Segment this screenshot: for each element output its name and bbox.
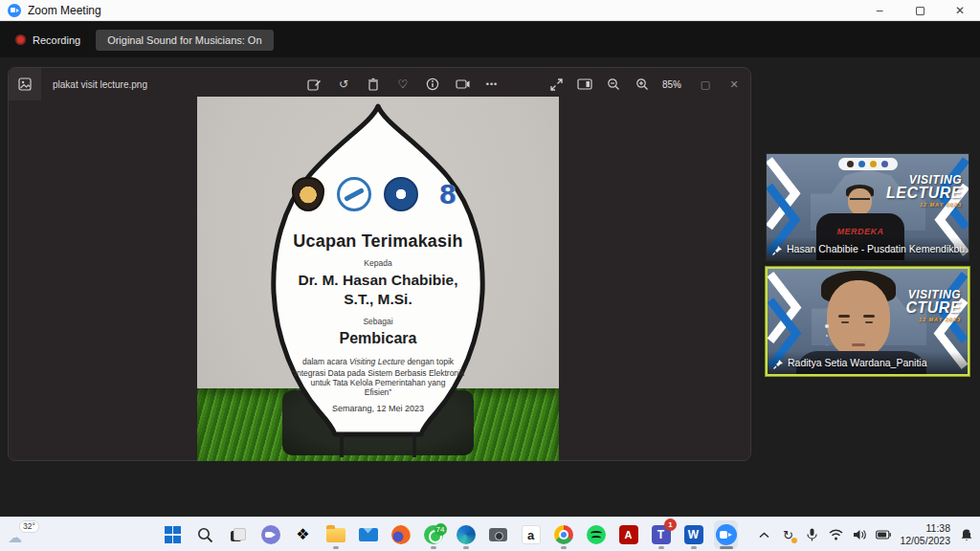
rotate-button[interactable]: ↺: [335, 76, 352, 93]
svg-text:z: z: [969, 528, 972, 534]
pill-logo-2: [858, 161, 865, 167]
plaque-date: Semarang, 12 Mei 2023: [197, 404, 559, 413]
microphone-tray-button[interactable]: [804, 527, 819, 542]
pill-logo-1: [847, 161, 854, 167]
event-prefix: dalam acara: [302, 357, 349, 366]
teknik-elektro-logo: [337, 177, 371, 211]
spotify-icon: [587, 525, 606, 544]
sync-status-button[interactable]: ↻: [780, 527, 795, 542]
plaque-logos: 8: [197, 177, 559, 211]
volume-icon: [853, 529, 866, 540]
favorite-button[interactable]: ♡: [394, 76, 412, 93]
volume-tray-button[interactable]: [852, 527, 867, 542]
restore-button[interactable]: [900, 0, 940, 21]
tray-chevron-button[interactable]: [756, 527, 771, 542]
see-all-photos-button[interactable]: [9, 68, 41, 100]
zoom-out-button[interactable]: [605, 76, 622, 93]
zoom-in-button[interactable]: [634, 76, 651, 93]
edge-icon: [457, 525, 476, 544]
search-button[interactable]: [193, 520, 217, 549]
acrobat-button[interactable]: A: [616, 520, 640, 549]
photos-maximize-button[interactable]: ▢: [693, 73, 718, 96]
word-button[interactable]: W: [681, 520, 705, 549]
firefox-button[interactable]: [389, 520, 412, 549]
plaque-kepada: Kepada: [197, 258, 559, 268]
weather-widget[interactable]: 32° ☁: [8, 520, 46, 549]
zoom-taskbar-button[interactable]: [714, 520, 738, 549]
overlay-date: 12 MAY 2023: [905, 318, 961, 323]
focus-assist-button[interactable]: z: [959, 527, 974, 542]
taskbar-clock[interactable]: 11:38 12/05/2023: [900, 522, 950, 547]
teams-button[interactable]: T1: [649, 520, 673, 549]
mail-button[interactable]: [356, 520, 380, 549]
mail-icon: [359, 528, 378, 541]
background-logos-pill: [838, 158, 898, 170]
amazon-icon: a: [522, 525, 541, 544]
search-icon: [197, 527, 213, 543]
filmstrip-icon: [577, 78, 592, 90]
participant-video-raditya[interactable]: VISITING CTURE 12 MAY 2023 Raditya Setia…: [766, 267, 969, 376]
delete-button[interactable]: [365, 76, 382, 93]
person-eye: [865, 321, 873, 323]
chevron-up-icon: [759, 532, 769, 539]
participant-name: Raditya Setia Wardana_Panitia: [788, 357, 927, 368]
camera-icon: [489, 528, 507, 541]
photos-edit-icons: ↺ ♡ •••: [305, 68, 501, 100]
visiting-lecture-overlay: VISITING CTURE 12 MAY 2023: [905, 289, 961, 323]
info-button[interactable]: [424, 76, 441, 93]
chrome-button[interactable]: [551, 520, 575, 549]
more-options-button[interactable]: •••: [483, 76, 501, 93]
filmstrip-button[interactable]: [576, 76, 593, 93]
edge-button[interactable]: [454, 520, 478, 549]
battery-icon: [876, 530, 891, 540]
word-icon: W: [684, 525, 703, 544]
restore-icon: [916, 7, 924, 15]
chat-button[interactable]: [258, 520, 282, 549]
battery-tray-button[interactable]: [876, 527, 891, 542]
fullscreen-button[interactable]: [547, 76, 565, 93]
electrical-association-logo: [384, 177, 418, 211]
person-mouth: [852, 343, 865, 346]
visiting-lecture-overlay: VISITING LECTURE 12 MAY 2023: [886, 174, 962, 209]
pill-logo-4: [881, 161, 888, 167]
plaque-content: 8 Ucapan Terimakasih Kepada Dr. M. Hasan…: [197, 97, 559, 461]
open-indicator: [561, 546, 567, 549]
plaque-title: Ucapan Terimakasih: [197, 231, 559, 252]
plaque-sebagai: Sebagai: [197, 317, 559, 326]
whatsapp-icon: 74: [424, 525, 443, 544]
file-explorer-button[interactable]: [323, 520, 347, 549]
slideshow-button[interactable]: [454, 76, 471, 93]
person-eyebrow: [838, 315, 850, 318]
teams-icon: T1: [652, 525, 671, 544]
wifi-tray-button[interactable]: [828, 527, 843, 542]
dropbox-button[interactable]: ❖: [291, 520, 315, 549]
photos-close-button[interactable]: ✕: [722, 73, 746, 96]
open-indicator: [463, 546, 469, 549]
zoom-app-icon: [8, 4, 21, 17]
original-sound-toggle[interactable]: Original Sound for Musicians: On: [96, 30, 273, 51]
taskbar-center-icons: ❖ 74 a A T1 W: [161, 520, 738, 549]
teams-letter: T: [657, 528, 664, 541]
camera-button[interactable]: [486, 520, 510, 549]
close-button[interactable]: ✕: [940, 0, 980, 21]
start-button[interactable]: [161, 520, 185, 549]
pill-logo-3: [870, 161, 877, 167]
meeting-info-bar: Recording Original Sound for Musicians: …: [0, 22, 980, 57]
participant-video-hasan[interactable]: VISITING LECTURE 12 MAY 2023 MERDEKA Has…: [766, 153, 969, 261]
focus-bell-icon: z: [960, 528, 973, 541]
edit-image-button[interactable]: [305, 76, 323, 93]
wifi-icon: [829, 529, 843, 540]
person-glasses: [850, 198, 870, 202]
amazon-button[interactable]: a: [519, 520, 543, 549]
zoom-out-icon: [607, 77, 620, 91]
photos-minimize-button[interactable]: –: [664, 73, 689, 96]
open-indicator: [691, 546, 697, 549]
undip-badge-logo: [292, 177, 324, 211]
minimize-button[interactable]: –: [859, 0, 900, 21]
task-view-button[interactable]: [226, 520, 250, 549]
whatsapp-button[interactable]: 74: [421, 520, 445, 549]
plaque-role: Pembicara: [197, 330, 559, 347]
shared-screen-photos-app: plakat visit lecture.png ↺ ♡ •••: [8, 67, 751, 461]
plaque-topic-line1: “Integrasi Data pada Sistem Berbasis Ele…: [197, 368, 559, 378]
spotify-button[interactable]: [584, 520, 608, 549]
